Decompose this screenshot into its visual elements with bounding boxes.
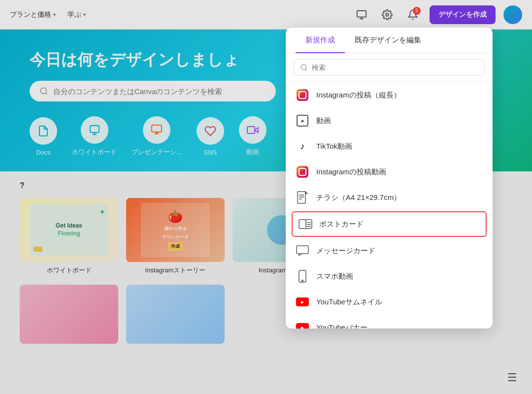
youtube-thumbnail-icon: [296, 295, 309, 309]
dropdown-label-message: メッセージカード: [316, 246, 375, 256]
dropdown-search-input[interactable]: [312, 64, 478, 71]
dropdown-label-instagram-post: Instagramの投稿（縦長）: [316, 91, 401, 100]
instagram-reel-icon: [296, 165, 309, 179]
svg-line-14: [305, 69, 307, 70]
dropdown-search-area: [286, 53, 493, 82]
dropdown-item-message[interactable]: メッセージカード: [286, 238, 493, 263]
svg-rect-25: [299, 270, 306, 282]
dropdown-item-postcard[interactable]: ポストカード: [292, 211, 487, 237]
svg-rect-19: [299, 220, 312, 229]
dropdown-item-flyer[interactable]: チラシ（A4 21×29.7cm）: [286, 185, 493, 210]
create-design-dropdown: 新規作成 既存デザインを編集 Instagramの投稿（縦長） 動画: [286, 28, 493, 328]
dropdown-tabs: 新規作成 既存デザインを編集: [286, 28, 493, 53]
svg-rect-24: [297, 246, 308, 254]
tab-new-create[interactable]: 新規作成: [296, 28, 345, 53]
dropdown-label-tiktok: TikTok動画: [316, 142, 352, 151]
dropdown-label-youtube-thumbnail: YouTubeサムネイル: [316, 297, 382, 307]
dropdown-item-phone-video[interactable]: スマホ動画: [286, 263, 493, 289]
dropdown-item-video[interactable]: 動画: [286, 108, 493, 133]
message-icon: [296, 244, 309, 258]
dropdown-item-youtube-banner[interactable]: YouTubeバナー: [286, 315, 493, 328]
dropdown-item-tiktok[interactable]: ♪ TikTok動画: [286, 133, 493, 159]
dropdown-search-inner: [294, 59, 485, 76]
tab-edit-existing[interactable]: 既存デザインを編集: [345, 28, 431, 53]
instagram-icon: [296, 88, 309, 102]
dropdown-item-instagram-reel[interactable]: Instagramの投稿動画: [286, 159, 493, 185]
flyer-icon: [296, 191, 309, 204]
dropdown-label-video: 動画: [316, 116, 331, 126]
dropdown-label-youtube-banner: YouTubeバナー: [316, 323, 367, 329]
dropdown-item-youtube-thumbnail[interactable]: YouTubeサムネイル: [286, 289, 493, 315]
dropdown-item-instagram-post[interactable]: Instagramの投稿（縦長）: [286, 82, 493, 108]
dropdown-label-flyer: チラシ（A4 21×29.7cm）: [316, 193, 401, 202]
youtube-banner-icon: [296, 321, 309, 328]
tiktok-icon: ♪: [296, 139, 309, 153]
postcard-icon: [299, 217, 312, 231]
svg-rect-15: [298, 192, 305, 203]
video-list-icon: [296, 114, 309, 128]
svg-point-13: [301, 65, 306, 70]
dropdown-label-postcard: ポストカード: [319, 220, 364, 229]
dropdown-search-icon: [300, 64, 308, 71]
dropdown-items-list: Instagramの投稿（縦長） 動画 ♪ TikTok動画 Instagram…: [286, 82, 493, 328]
svg-point-26: [302, 280, 303, 282]
dropdown-label-instagram-reel: Instagramの投稿動画: [316, 167, 386, 177]
phone-video-icon: [296, 269, 309, 283]
dropdown-label-phone-video: スマホ動画: [316, 272, 353, 281]
